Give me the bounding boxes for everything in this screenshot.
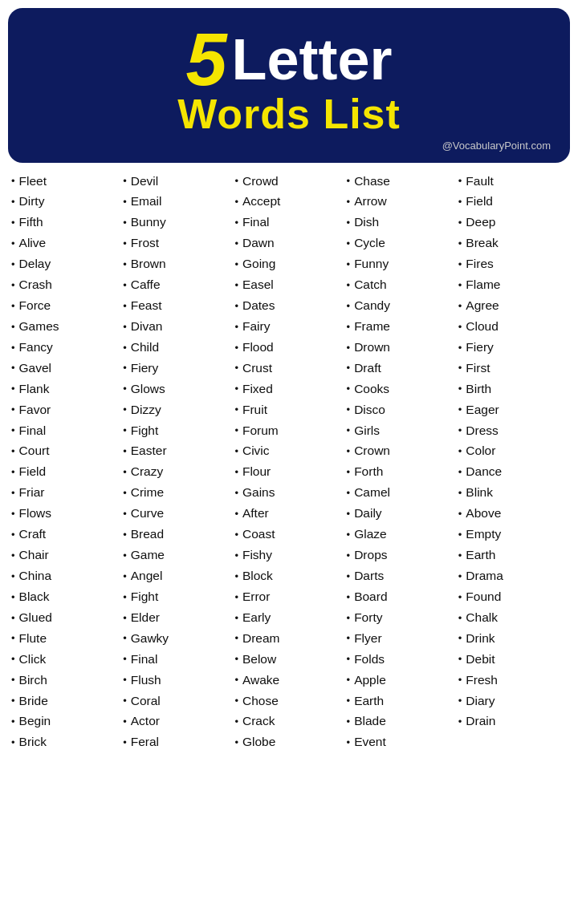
word-text: Event [354, 734, 386, 751]
word-text: Fiery [466, 339, 493, 356]
list-item: •Begin [11, 711, 120, 732]
word-text: Begin [19, 713, 51, 730]
list-item: •Drama [458, 566, 567, 587]
word-text: Civic [242, 443, 270, 460]
bullet-icon: • [123, 611, 127, 626]
list-item: •Event [347, 732, 455, 753]
word-text: Devil [131, 173, 158, 190]
list-item: •Devil [123, 171, 231, 192]
bullet-icon: • [11, 465, 15, 480]
list-item: •Dance [458, 462, 567, 483]
list-item: •Flyer [347, 628, 455, 649]
list-item: •Draft [347, 358, 455, 379]
bullet-icon: • [234, 465, 238, 480]
bullet-icon: • [458, 320, 462, 334]
bullet-icon: • [347, 715, 351, 729]
bullet-icon: • [123, 361, 127, 375]
word-text: Earth [354, 693, 384, 710]
list-item: •Flame [458, 275, 567, 296]
word-text: Blink [466, 484, 493, 501]
word-text: Agree [466, 298, 499, 314]
list-item: •Bride [11, 691, 120, 711]
bullet-icon: • [458, 715, 462, 729]
bullet-icon: • [123, 403, 127, 417]
word-text: Early [242, 610, 271, 626]
list-item: •Accept [234, 192, 343, 213]
bullet-icon: • [123, 736, 127, 750]
bullet-icon: • [123, 652, 127, 667]
list-item: •Frame [347, 316, 455, 337]
bullet-icon: • [123, 465, 127, 480]
bullet-icon: • [123, 715, 127, 729]
bullet-icon: • [458, 528, 462, 542]
bullet-icon: • [11, 590, 15, 605]
list-item: •Color [458, 441, 567, 462]
bullet-icon: • [11, 694, 15, 708]
list-item: •Gawky [123, 628, 231, 649]
bullet-icon: • [347, 486, 351, 500]
word-text: Drama [466, 568, 503, 585]
word-text: Board [354, 589, 387, 606]
bullet-icon: • [234, 195, 238, 209]
list-item: •Blink [458, 483, 567, 504]
word-text: Curve [131, 505, 164, 522]
header-letter: Letter [232, 30, 393, 88]
word-text: Draft [354, 360, 381, 377]
bullet-icon: • [347, 736, 351, 750]
bullet-icon: • [347, 237, 351, 251]
list-item: •Drain [458, 711, 567, 732]
list-item: •Civic [234, 441, 343, 462]
list-item: •Final [11, 420, 120, 441]
bullet-icon: • [234, 569, 238, 584]
word-text: Dirty [19, 193, 45, 210]
list-item: •Cooks [347, 379, 455, 399]
bullet-icon: • [123, 486, 127, 500]
list-item: •Forth [347, 462, 455, 483]
bullet-icon: • [234, 361, 238, 375]
word-text: Darts [354, 568, 384, 585]
word-text: Birth [466, 381, 491, 398]
list-item: •Friar [11, 483, 120, 504]
word-text: Coral [131, 693, 161, 710]
word-text: Dance [466, 464, 502, 480]
bullet-icon: • [11, 486, 15, 500]
bullet-icon: • [234, 403, 238, 417]
word-text: Crime [131, 484, 164, 501]
list-item: •Crowd [234, 171, 343, 192]
word-text: Bride [19, 693, 48, 710]
bullet-icon: • [123, 424, 127, 438]
word-text: Gawky [131, 630, 169, 647]
list-item: •Gains [234, 483, 343, 504]
bullet-icon: • [123, 299, 127, 314]
list-item: •Diary [458, 691, 567, 711]
list-item: •Coast [234, 525, 343, 545]
list-item: •Board [347, 586, 455, 607]
word-text: Globe [242, 734, 275, 751]
bullet-icon: • [234, 528, 238, 542]
word-text: Flows [19, 505, 51, 522]
word-text: Brick [19, 734, 47, 751]
bullet-icon: • [234, 507, 238, 521]
bullet-icon: • [234, 216, 238, 230]
list-item: •Drown [347, 337, 455, 358]
bullet-icon: • [234, 444, 238, 459]
bullet-icon: • [123, 673, 127, 687]
bullet-icon: • [458, 195, 462, 209]
word-text: Earth [466, 547, 495, 564]
word-text: Frame [354, 318, 390, 335]
list-item: •Forum [234, 420, 343, 441]
bullet-icon: • [234, 320, 238, 334]
word-text: Chase [354, 173, 390, 190]
bullet-icon: • [123, 174, 127, 188]
list-item: •Alive [11, 233, 120, 254]
list-item: •Frost [123, 233, 231, 254]
list-item: •Fancy [11, 337, 120, 358]
list-item: •After [234, 504, 343, 525]
list-item: •Caffe [123, 275, 231, 296]
bullet-icon: • [458, 403, 462, 417]
word-text: Flyer [354, 630, 381, 647]
bullet-icon: • [347, 569, 351, 584]
word-text: Awake [242, 672, 279, 689]
word-text: Apple [354, 672, 386, 689]
word-text: Diary [466, 693, 495, 710]
